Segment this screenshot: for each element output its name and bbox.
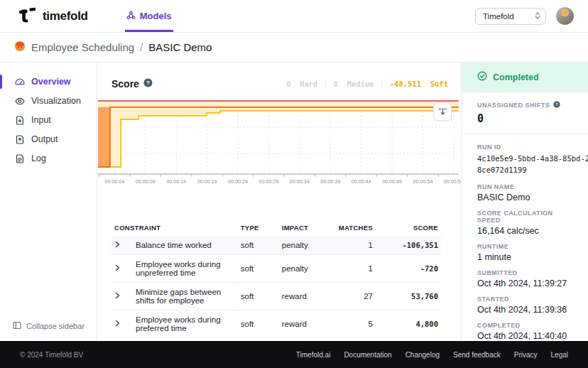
collapse-sidebar-button[interactable]: Collapse sidebar <box>0 314 97 341</box>
column-header-impact: IMPACT <box>279 220 336 236</box>
sidebar-item-label: Log <box>31 153 46 163</box>
unassigned-shifts-label: UNASSIGNED SHIFTS ? <box>477 101 572 109</box>
topbar: timefold Models Timefold <box>0 0 588 33</box>
collapse-sidebar-icon <box>13 321 21 331</box>
sidebar-item-log[interactable]: Log <box>0 149 97 168</box>
medium-score: 0 Medium <box>334 80 374 88</box>
sidebar-item-output[interactable]: Output <box>0 130 97 148</box>
run-detail-label: SUBMITTED <box>477 269 572 276</box>
unassigned-shifts-value: 0 <box>477 112 572 125</box>
x-axis-tick-label: 00:00:59 <box>444 178 461 185</box>
footer-link-timefold-ai[interactable]: Timefold.ai <box>296 351 331 359</box>
constraint-matches: 5 <box>336 310 376 338</box>
constraint-type: soft <box>238 255 279 283</box>
run-detail-label: RUN ID <box>477 144 572 151</box>
status-label: Completed <box>493 72 539 82</box>
expand-row-chevron-icon[interactable] <box>111 255 133 283</box>
x-axis-tick-label: 00:00:04 <box>104 178 124 185</box>
constraint-name: Employee works during unpreferred time <box>133 255 238 283</box>
run-detail-label: COMPLETED <box>477 322 572 329</box>
x-axis-tick-label: 00:00:44 <box>352 178 371 185</box>
run-detail-value: Oct 4th 2024, 11:40:40 <box>477 331 572 341</box>
constraint-type: soft <box>238 310 279 338</box>
content: OverviewVisualizationInputOutputLog Coll… <box>0 63 588 341</box>
collapse-sidebar-label: Collapse sidebar <box>26 322 85 330</box>
avatar[interactable] <box>556 7 574 25</box>
run-detail-value: Oct 4th 2024, 11:39:36 <box>477 305 572 315</box>
score-chart: 00:00:0400:00:0900:00:1400:00:1900:00:24… <box>97 98 461 188</box>
x-axis-tick-label: 00:00:24 <box>228 178 248 185</box>
copyright: © 2024 Timefold BV <box>20 351 83 359</box>
footer-link-changelog[interactable]: Changelog <box>405 351 440 359</box>
check-circle-icon <box>477 71 487 83</box>
svg-text:?: ? <box>146 80 150 86</box>
model-emoji-icon <box>14 40 26 55</box>
constraint-score: -720 <box>376 255 441 283</box>
sidebar-item-visualization[interactable]: Visualization <box>0 92 97 110</box>
brand[interactable]: timefold <box>18 0 88 32</box>
constraint-score: 53,760 <box>376 283 441 310</box>
expand-row-chevron-icon[interactable] <box>111 283 133 310</box>
status-badge: Completed <box>462 63 588 92</box>
topbar-right: Timefold <box>475 0 574 32</box>
constraint-matches: 1 <box>336 236 376 255</box>
timefold-logo-icon <box>18 7 36 26</box>
eye-icon <box>15 97 25 105</box>
constraint-name: Minimize gaps between shifts for employe… <box>133 283 238 310</box>
file-log-icon <box>15 154 25 163</box>
sidebar-item-overview[interactable]: Overview <box>0 72 97 91</box>
run-detail-score-calculation-speed: SCORE CALCULATION SPEED16,164 calc/sec <box>477 210 572 236</box>
sidebar: OverviewVisualizationInputOutputLog Coll… <box>0 63 97 341</box>
x-axis-tick-label: 00:00:29 <box>258 178 278 185</box>
breadcrumb-model-link[interactable]: Employee Scheduling <box>31 41 134 53</box>
sidebar-item-label: Visualization <box>31 96 81 106</box>
breadcrumb-run-name: BASIC Demo <box>148 41 212 53</box>
breadcrumb-separator: / <box>140 41 143 53</box>
nav-models[interactable]: Models <box>125 0 173 32</box>
app-root: timefold Models Timefold <box>0 0 588 368</box>
footer-link-privacy[interactable]: Privacy <box>514 351 538 359</box>
column-header-matches: MATCHES <box>336 220 376 236</box>
x-axis-tick-label: 00:00:34 <box>290 178 310 185</box>
run-detail-submitted: SUBMITTEDOct 4th 2024, 11:39:27 <box>477 269 572 288</box>
sidebar-item-label: Overview <box>31 77 71 87</box>
unassigned-help-icon[interactable]: ? <box>553 101 560 109</box>
footer-link-documentation[interactable]: Documentation <box>344 351 391 359</box>
org-select[interactable]: Timefold <box>475 8 546 25</box>
run-detail-label: RUN NAME <box>477 183 572 190</box>
nav-models-label: Models <box>140 11 172 21</box>
constraint-row[interactable]: Employee works during preferred timesoft… <box>111 310 441 338</box>
constraint-name: Employee works during preferred time <box>133 310 238 338</box>
hard-score: 0 Hard <box>286 80 317 88</box>
x-axis-tick-label: 00:00:09 <box>136 178 156 185</box>
footer: © 2024 Timefold BV Timefold.aiDocumentat… <box>0 341 588 368</box>
x-axis-tick-label: 00:00:14 <box>166 178 186 185</box>
constraint-name: Balance time worked <box>133 236 238 255</box>
run-detail-completed: COMPLETEDOct 4th 2024, 11:40:40 <box>477 322 572 341</box>
score-values: 0 Hard | 0 Medium | -48,511 Soft <box>286 80 448 88</box>
brand-name: timefold <box>43 9 88 23</box>
constraint-row[interactable]: Balance time workedsoftpenalty1-106,351 <box>111 236 441 255</box>
score-help-icon[interactable]: ? <box>143 78 153 90</box>
sidebar-items: OverviewVisualizationInputOutputLog <box>0 72 97 168</box>
constraint-row[interactable]: Employee works during unpreferred timeso… <box>111 255 441 283</box>
constraint-type: soft <box>238 236 279 255</box>
constraints-table: CONSTRAINTTYPEIMPACTMATCHESSCORE Balance… <box>111 220 441 359</box>
gauge-icon <box>15 77 25 86</box>
run-detail-value: Oct 4th 2024, 11:39:27 <box>477 278 572 288</box>
run-detail-value: 1 minute <box>477 252 572 262</box>
sidebar-item-input[interactable]: Input <box>0 111 97 129</box>
footer-link-legal[interactable]: Legal <box>551 351 568 359</box>
x-axis-tick-label: 00:00:54 <box>413 178 432 185</box>
file-output-icon <box>15 135 25 144</box>
file-input-icon <box>15 116 25 125</box>
constraint-impact: penalty <box>279 236 336 255</box>
constraint-row[interactable]: Minimize gaps between shifts for employe… <box>111 283 441 310</box>
save-image-icon[interactable] <box>433 102 452 121</box>
run-details: RUN ID4c10e5e9-5bbd-4a38-85bd-28ce072d11… <box>462 134 588 348</box>
x-axis-tick-label: 00:00:19 <box>197 178 217 185</box>
expand-row-chevron-icon[interactable] <box>111 236 133 255</box>
footer-link-send-feedback[interactable]: Send feedback <box>453 351 501 359</box>
constraint-score: 4,800 <box>376 310 441 338</box>
expand-row-chevron-icon[interactable] <box>111 310 133 338</box>
